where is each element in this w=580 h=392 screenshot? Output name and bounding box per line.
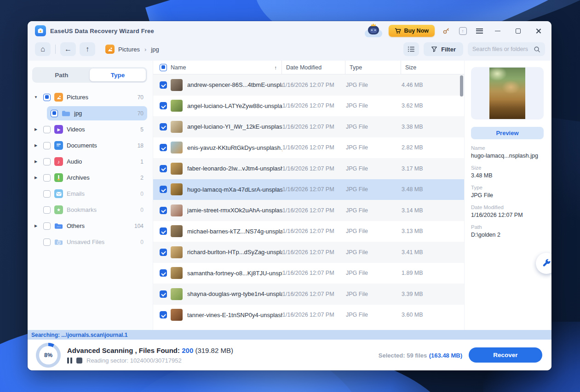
- tree-item-checkbox[interactable]: [43, 206, 51, 214]
- pause-icon: [67, 358, 69, 364]
- activation-key-button[interactable]: [441, 26, 451, 36]
- file-checkbox[interactable]: [160, 311, 167, 318]
- close-button[interactable]: [531, 25, 545, 37]
- table-scrollbar-thumb[interactable]: [460, 75, 463, 97]
- tree-item-checkbox[interactable]: [43, 222, 51, 230]
- tab-type[interactable]: Type: [90, 68, 146, 81]
- preview-thumbnail: [489, 68, 525, 119]
- pictures-breadcrumb-icon: [105, 45, 115, 54]
- expand-collapse-icon[interactable]: ▶: [32, 127, 40, 131]
- expand-collapse-icon[interactable]: ▶: [32, 143, 40, 148]
- file-row[interactable]: andrew-spencer-86S...4tbmE-unsplash.jpg …: [153, 74, 464, 96]
- stop-scan-button[interactable]: [76, 358, 82, 364]
- file-checkbox[interactable]: [160, 144, 167, 151]
- sidebar-item-videos[interactable]: ▶ ▶ Videos 5: [32, 121, 147, 137]
- recover-button[interactable]: Recover: [469, 347, 542, 363]
- file-checkbox[interactable]: [160, 207, 167, 214]
- file-row[interactable]: samantha-fortney-o8...Kj8TJU-unsplash.jp…: [153, 263, 464, 284]
- file-row[interactable]: enis-yavuz-KKtuRtGkDys-unsplash.jpg 1/16…: [153, 137, 464, 159]
- select-all-checkbox[interactable]: [160, 64, 167, 71]
- sidebar-item-archives[interactable]: ▶ Archives 2: [32, 170, 147, 186]
- file-name: jamie-street-rmxXOk2uAhA-unsplash.jpg: [187, 207, 282, 214]
- sidebar-item-bookmarks[interactable]: ★ Bookmarks 0: [32, 202, 147, 218]
- back-button[interactable]: ←: [60, 42, 76, 56]
- file-row[interactable]: shayna-douglas-wrg-tybe1n4-unsplash.jpg …: [153, 284, 464, 305]
- app-window: EaseUS Data Recovery Wizard Free Buy Now…: [28, 21, 551, 370]
- content-area: Path Type ▼ Pictures 70 jpg 70 ▶ ▶ Video…: [28, 61, 551, 330]
- tab-path[interactable]: Path: [34, 68, 90, 81]
- tree-item-checkbox[interactable]: [51, 110, 58, 117]
- tree-item-label: Videos: [67, 126, 85, 133]
- file-checkbox[interactable]: [160, 290, 167, 298]
- sidebar-item-audio[interactable]: ▶ ♪ Audio 1: [32, 153, 147, 170]
- file-checkbox[interactable]: [160, 102, 167, 109]
- file-checkbox[interactable]: [160, 227, 167, 235]
- file-row[interactable]: angel-luciano-YI_iWr_12kE-unsplash.jpg 1…: [153, 116, 464, 137]
- tree-item-checkbox[interactable]: [43, 142, 51, 149]
- sidebar-tab-switcher: Path Type: [32, 67, 147, 83]
- file-size: 1.89 MB: [402, 270, 464, 276]
- tree-item-label: jpg: [74, 110, 82, 117]
- file-checkbox[interactable]: [160, 269, 167, 277]
- file-size: 3.39 MB: [402, 291, 464, 297]
- tree-item-checkbox[interactable]: [43, 158, 51, 165]
- file-name: angel-luciano-YI_iWr_12kE-unsplash.jpg: [187, 123, 282, 130]
- tree-item-checkbox[interactable]: [43, 239, 51, 246]
- maximize-button[interactable]: [511, 25, 525, 37]
- preview-thumbnail-frame: [471, 67, 544, 119]
- expand-collapse-icon[interactable]: ▼: [32, 95, 40, 99]
- column-header-date-modified[interactable]: Date Modified: [281, 61, 345, 74]
- tree-item-count: 1: [140, 159, 144, 165]
- column-header-type[interactable]: Type: [345, 61, 401, 74]
- sidebar-item-unsaved-files[interactable]: Unsaved Files 0: [32, 234, 147, 250]
- file-checkbox[interactable]: [160, 165, 167, 172]
- tree-item-checkbox[interactable]: [43, 174, 51, 182]
- file-row[interactable]: richard-burlton-HTp...dSyZag-unsplash.jp…: [153, 242, 464, 263]
- main-menu-button[interactable]: [474, 26, 484, 36]
- sidebar-item-jpg[interactable]: jpg 70: [32, 105, 147, 121]
- file-checkbox[interactable]: [160, 249, 167, 256]
- home-button[interactable]: ⌂: [35, 42, 51, 56]
- file-row[interactable]: hugo-lamacq-mXa-47dLsrA-unsplash.jpg 1/1…: [153, 179, 464, 200]
- breadcrumb-jpg[interactable]: jpg: [151, 46, 159, 53]
- minimize-button[interactable]: [491, 25, 505, 37]
- expand-collapse-icon[interactable]: ▶: [32, 159, 40, 164]
- file-checkbox[interactable]: [160, 81, 167, 89]
- file-checkbox[interactable]: [160, 123, 167, 131]
- file-checkbox[interactable]: [160, 186, 167, 193]
- file-thumbnail: [171, 79, 183, 91]
- support-mascot-icon[interactable]: [365, 24, 382, 37]
- file-row[interactable]: tanner-vines-E-1tnSNP0y4-unsplash.jpg 1/…: [153, 305, 464, 326]
- column-header-name[interactable]: Name ↑: [171, 64, 281, 71]
- tree-item-checkbox[interactable]: [43, 190, 51, 198]
- column-header-size[interactable]: Size: [401, 61, 464, 74]
- detail-value: 1/16/2026 12:07 PM: [471, 212, 546, 218]
- tree-item-checkbox[interactable]: [43, 126, 51, 133]
- app-logo-icon: [35, 25, 46, 36]
- key-icon: [442, 27, 450, 34]
- upgrade-button[interactable]: ↑: [458, 26, 468, 36]
- file-row[interactable]: faber-leonardo-2Iw...vJtm4-unsplash.jpg …: [153, 158, 464, 179]
- list-view-button[interactable]: [403, 42, 419, 56]
- sidebar-item-pictures[interactable]: ▼ Pictures 70: [32, 89, 147, 105]
- expand-collapse-icon[interactable]: ▶: [32, 224, 40, 228]
- expand-collapse-icon[interactable]: ▶: [32, 176, 40, 180]
- tree-item-checkbox[interactable]: [43, 94, 51, 101]
- file-row[interactable]: michael-barnes-kTZ...NS74g-unsplash.jpg …: [153, 221, 464, 242]
- file-row[interactable]: jamie-street-rmxXOk2uAhA-unsplash.jpg 1/…: [153, 200, 464, 221]
- up-button[interactable]: ↑: [80, 42, 95, 56]
- tree-item-count: 2: [140, 175, 144, 181]
- buy-now-button[interactable]: Buy Now: [389, 25, 435, 37]
- archive-icon: [54, 173, 63, 182]
- sidebar-item-others[interactable]: ▶ ⋯ Others 104: [32, 218, 147, 234]
- filter-button[interactable]: Filter: [424, 42, 463, 56]
- search-input[interactable]: [472, 46, 534, 52]
- file-row[interactable]: angel-luciano-LATYeZyw88c-unsplash.jpg 1…: [153, 96, 464, 117]
- preview-panel: Preview Name hugo-lamacq...nsplash.jpg S…: [464, 61, 551, 330]
- breadcrumb-pictures[interactable]: Pictures: [118, 46, 140, 53]
- sidebar-item-emails[interactable]: Emails 0: [32, 186, 147, 202]
- pause-scan-button[interactable]: [67, 358, 72, 364]
- repair-tools-button[interactable]: [536, 253, 551, 274]
- preview-button[interactable]: Preview: [471, 127, 544, 139]
- sidebar-item-documents[interactable]: ▶ Documents 18: [32, 137, 147, 153]
